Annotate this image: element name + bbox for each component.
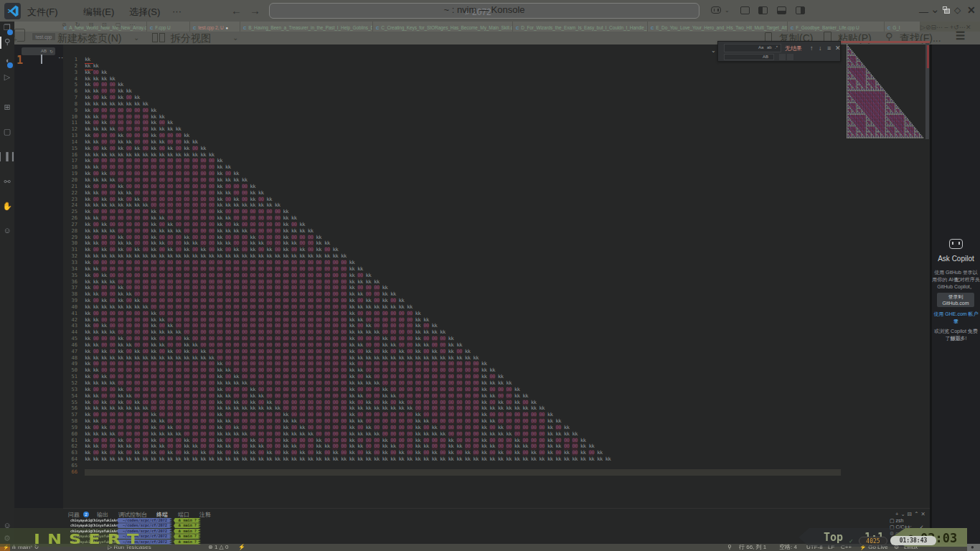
terminal-prompt-path: ~/codes/xcpc/cf/2072 bbox=[117, 518, 172, 523]
code-line-4: 4kkkkkkkk bbox=[63, 76, 852, 83]
find-collapse-icon[interactable]: ⌄ bbox=[711, 47, 716, 54]
menu-selection[interactable]: 选择(S) bbox=[129, 6, 160, 19]
statusbar-spaces[interactable]: 空格: 4 bbox=[779, 544, 797, 551]
find-prev-icon[interactable]: ↑ bbox=[810, 44, 814, 52]
konsole-find-button[interactable]: 查找(F)... bbox=[900, 32, 941, 45]
cpp-file-icon: C bbox=[516, 26, 519, 30]
regex-icon[interactable]: .* bbox=[775, 45, 778, 50]
code-line-54: 54kkkk0000kkkk00000000000000000000kkkk00… bbox=[63, 393, 852, 400]
toggle-secondarybar-icon[interactable] bbox=[796, 6, 805, 14]
konsole-paste-button[interactable]: 粘贴(P) bbox=[838, 32, 872, 45]
hamburger-menu-icon[interactable]: ☰ bbox=[956, 29, 965, 42]
close-icon[interactable]: ✕ bbox=[967, 4, 976, 16]
code-line-20: 20kkkkkkkk000000000000000000000000kkkkkk… bbox=[63, 177, 852, 184]
overview-ruler-error bbox=[927, 45, 929, 68]
konsole-maximize-icon[interactable]: ◇ bbox=[954, 5, 961, 15]
code-line-24: 24kkkkkkkkkkkkkkkk0000000000000000kkkkkk… bbox=[63, 202, 852, 209]
replace-one-icon[interactable] bbox=[779, 54, 786, 60]
preserve-case-icon[interactable]: AB bbox=[41, 49, 47, 53]
copilot-chevron-icon[interactable]: ⌄ bbox=[725, 7, 730, 14]
find-selection-icon[interactable]: ≡ bbox=[827, 44, 831, 52]
minimize-panel-icon[interactable]: – bbox=[945, 24, 948, 31]
search-icon-activity[interactable]: ⚲ bbox=[0, 37, 14, 47]
code-line-65: 65 bbox=[63, 463, 852, 469]
code-line-34: 34kkkk0000000000000000000000000000000000… bbox=[63, 266, 852, 273]
editor-pattern-file[interactable]: 1kk2kkkk3kk00kk4kkkkkkkk5kk000000kk6kkkk… bbox=[63, 44, 930, 508]
count-pill: 4025 bbox=[859, 537, 887, 545]
nvim-scroll-position: Top bbox=[824, 531, 843, 544]
extensions-icon[interactable]: ⊞ bbox=[0, 103, 14, 112]
run-icon[interactable]: ▷ bbox=[920, 24, 925, 31]
screen: 文件(F) 编辑(E) 选择(S) ··· ← → ⌕ 2072 ~ : nvi… bbox=[0, 0, 980, 551]
customize-layout-icon[interactable] bbox=[740, 6, 750, 14]
cpp-file-icon: C bbox=[651, 26, 654, 30]
titlebar: 文件(F) 编辑(E) 选择(S) ··· ← → ⌕ 2072 ~ : nvi… bbox=[0, 0, 980, 22]
copilot-icon[interactable] bbox=[711, 6, 721, 14]
hand-icon[interactable]: ✋ bbox=[0, 202, 14, 211]
toggle-sidebar-icon[interactable] bbox=[758, 6, 768, 14]
find-input[interactable] bbox=[724, 44, 781, 52]
left-editor-line-number: 1 bbox=[17, 54, 23, 67]
statusbar-line-col[interactable]: 行 66, 列 1 bbox=[739, 544, 766, 551]
copilot-signin-button[interactable]: 登录到GitHub.com bbox=[937, 293, 974, 307]
copilot-desc-2: 用你的 AI 配对程序员 bbox=[932, 276, 980, 283]
minimap-error-line bbox=[841, 41, 930, 43]
code-line-25: 25kk00000000000000kk00000000000000kk0000… bbox=[63, 209, 852, 215]
konsole-mini-tab[interactable]: test.cpp bbox=[32, 32, 56, 41]
konsole-minimize-icon[interactable]: ⌄ bbox=[930, 3, 940, 16]
terminal-prompt-path: ~/codes/xcpc/cf/2072 bbox=[117, 523, 172, 528]
more-actions-icon[interactable]: ⋯ bbox=[936, 24, 943, 31]
vscode-logo bbox=[6, 4, 19, 17]
terminal-prompt-host: chisyayuki@ChisyofukisArch bbox=[70, 523, 121, 528]
menu-edit[interactable]: 编辑(E) bbox=[83, 6, 114, 19]
whole-word-icon[interactable]: ab bbox=[767, 45, 772, 50]
split-chevron-icon[interactable]: ⌄ bbox=[232, 34, 238, 42]
code-line-28: 28kkkkkkkk00000000kkkkkkkk00000000kkkkkk… bbox=[63, 228, 852, 235]
paste-icon bbox=[824, 32, 831, 42]
newtab-chevron-icon[interactable]: ⌄ bbox=[133, 34, 139, 42]
chart-icon[interactable]: ▏▍▎ bbox=[0, 152, 14, 161]
new-tab-icon[interactable]: + bbox=[14, 29, 25, 42]
restore-icon[interactable] bbox=[944, 9, 950, 14]
minimize-icon[interactable]: — bbox=[919, 6, 928, 17]
statusbar-problems[interactable]: ⊗ 1 △ 0 bbox=[208, 544, 228, 551]
menu-file[interactable]: 文件(F) bbox=[27, 6, 58, 19]
menu-more[interactable]: ··· bbox=[172, 6, 182, 17]
code-line-31: 31kk00kk00kk00kk00kk00kk00kk00kk00kk00kk… bbox=[63, 247, 852, 253]
statusbar-search-icon[interactable]: ⚲ bbox=[727, 544, 732, 551]
code-line-61: 61kk000000kk000000kk000000kk000000kk0000… bbox=[63, 438, 852, 444]
find-next-icon[interactable]: ↓ bbox=[819, 44, 822, 52]
explorer-badge bbox=[7, 29, 13, 35]
split-icon[interactable]: ⊟ bbox=[930, 24, 936, 31]
statusbar-bolt-icon[interactable]: ⚡ bbox=[238, 544, 245, 551]
toggle-panel-icon[interactable] bbox=[777, 6, 786, 14]
share-icon[interactable]: ⚯ bbox=[0, 177, 14, 187]
splitview-icon2 bbox=[159, 33, 165, 42]
code-line-22: 22kkkk0000kkkk00000000000000000000kkkk00… bbox=[63, 190, 852, 197]
code-line-43: 43kk00kk0000000000kk00kk0000000000000000… bbox=[63, 323, 852, 329]
match-case-icon[interactable]: Aa bbox=[758, 45, 763, 50]
code-line-56: 56kkkkkkkkkkkkkkkk0000000000000000kkkkkk… bbox=[63, 405, 852, 412]
remote-explorer-icon[interactable]: ▢ bbox=[0, 127, 14, 136]
replace-icon[interactable]: ↻ bbox=[50, 49, 53, 54]
replace-all-icon[interactable] bbox=[787, 54, 793, 60]
konsole-newtab-button[interactable]: 新建标签页(N) bbox=[57, 32, 121, 45]
minimap[interactable] bbox=[847, 44, 927, 139]
konsole-split-button[interactable]: 拆分视图 bbox=[171, 32, 211, 45]
code-line-60: 60kkkkkkkk00000000kkkkkkkk00000000kkkkkk… bbox=[63, 431, 852, 438]
copilot-ghe-link-2[interactable]: 录 bbox=[932, 318, 980, 325]
code-line-47: 47kk00kk00kk00kk00kk00kk00kk00kk00000000… bbox=[63, 349, 852, 355]
back-icon[interactable]: ← bbox=[231, 4, 242, 17]
debug-icon[interactable]: ▷ bbox=[0, 72, 14, 82]
copilot-desc-3: GitHub Copilot。 bbox=[932, 283, 980, 291]
terminal-prompt-branch: ⋔ main ? bbox=[174, 540, 201, 545]
code-line-64: 64kkkkkkkkkkkkkkkkkkkkkkkkkkkkkkkkkkkkkk… bbox=[63, 456, 852, 463]
code-line-6: 6kkkk0000kkkk bbox=[63, 88, 852, 95]
account-alt-icon[interactable]: ☺ bbox=[0, 226, 14, 235]
preserve-case2-icon[interactable]: AB bbox=[763, 55, 768, 59]
code-line-11: 11kk00kk0000000000kk00kk bbox=[63, 120, 852, 126]
notifications-box[interactable]: ● bbox=[967, 544, 980, 551]
close-tabs-icon[interactable]: ✕ bbox=[966, 24, 971, 31]
forward-icon[interactable]: → bbox=[250, 4, 260, 17]
find-close-icon[interactable]: ✕ bbox=[835, 44, 841, 52]
